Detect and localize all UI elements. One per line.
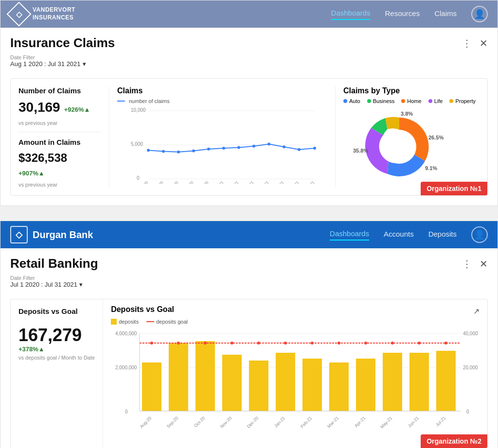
svg-rect-47 (222, 355, 242, 411)
org1-donut-legend: Auto Business Home Life (343, 98, 480, 104)
svg-rect-52 (356, 359, 375, 411)
svg-text:Jan-21: Jan-21 (273, 415, 286, 429)
svg-text:2,000,000: 2,000,000 (115, 365, 137, 370)
org2-nav-accounts[interactable]: Accounts (384, 230, 414, 240)
org1-line-chart-legend: number of claims (117, 98, 327, 104)
org1-logo: ◇ VANDERVORT INSURANCES (10, 5, 75, 23)
org1-date-filter: Date Filter Aug 1 2020 : Jul 31 2021 ▾ (0, 52, 498, 73)
org1-kpi-claims-value: 30,169 (18, 100, 60, 115)
org2-nav-deposits[interactable]: Deposits (428, 230, 457, 240)
svg-text:May-21: May-21 (272, 180, 285, 184)
svg-point-59 (204, 342, 207, 345)
org2-logo-diamond: ◇ (16, 229, 22, 240)
svg-rect-48 (249, 361, 268, 411)
org1-legend-property: Property (449, 98, 476, 104)
svg-point-17 (313, 147, 316, 150)
org1-legend-business-dot (367, 99, 371, 103)
svg-point-67 (418, 342, 421, 345)
svg-text:3.8%: 3.8% (401, 111, 413, 117)
svg-text:Apr-21: Apr-21 (354, 415, 366, 428)
svg-point-12 (237, 146, 240, 149)
org1-dashboard-title: Insurance Claims (10, 35, 462, 51)
org1-cards-row: Number of Claims 30,169 +926%▲ vs previo… (10, 78, 488, 196)
svg-text:Mar-21: Mar-21 (243, 180, 255, 184)
org1-avatar[interactable]: 👤 (471, 6, 488, 22)
org2-badge: Organization №2 (421, 434, 487, 448)
org1-line-legend-line (117, 101, 125, 102)
svg-text:Oct-20: Oct-20 (168, 180, 179, 184)
org1-more-button[interactable]: ⋮ (462, 37, 472, 49)
org2-expand-icon[interactable]: ↗ (473, 307, 480, 316)
org1-logo-text: VANDERVORT INSURANCES (33, 6, 75, 21)
svg-text:26.5%: 26.5% (428, 135, 444, 140)
svg-text:4,000,000: 4,000,000 (115, 331, 137, 336)
org2-kpi-value: 167,279 (18, 325, 95, 345)
org1-kpi-claims-change: +926%▲ (64, 106, 90, 113)
org1-legend-business: Business (367, 98, 395, 104)
org1-legend-auto-label: Auto (349, 98, 360, 104)
org1-badge: Organization №1 (421, 182, 487, 195)
svg-point-16 (298, 148, 301, 151)
svg-text:Jun-21: Jun-21 (407, 415, 420, 429)
svg-text:Oct-20: Oct-20 (193, 415, 206, 428)
svg-point-66 (391, 342, 394, 345)
org1-kpi-claims-label: Number of Claims (18, 86, 101, 95)
org1-nav-dashboards[interactable]: Dashboards (331, 9, 371, 20)
org2-more-button[interactable]: ⋮ (462, 258, 472, 270)
org1-kpi-amount: Amount in Claims $326,538 +907%▲ vs prev… (18, 138, 101, 188)
svg-point-30 (382, 130, 416, 164)
org2-date-filter-value[interactable]: Jul 1 2020 : Jul 31 2021 ▾ (10, 281, 488, 288)
org2-avatar[interactable]: 👤 (471, 226, 488, 243)
org2-kpi-spacer (18, 315, 95, 325)
svg-point-57 (150, 342, 153, 345)
org1-date-filter-label: Date Filter (10, 54, 488, 60)
svg-rect-51 (329, 362, 349, 411)
org1-kpi-claims: Number of Claims 30,169 +926%▲ vs previo… (18, 86, 101, 126)
org1-legend-property-label: Property (455, 98, 476, 104)
org2-legend-deposits-icon (111, 319, 117, 325)
org2-kpi-change: +378%▲ (18, 345, 95, 353)
svg-text:Apr-21: Apr-21 (258, 180, 270, 184)
org2-logo-text: Durgan Bank (33, 229, 93, 241)
svg-point-14 (267, 143, 270, 146)
org1-date-filter-value[interactable]: Aug 1 2020 : Jul 31 2021 ▾ (10, 60, 488, 68)
org2-nav-dashboards[interactable]: Dashboards (330, 229, 369, 241)
org2-header-actions: ⋮ ✕ (462, 258, 488, 270)
org1-legend-auto-dot (343, 99, 347, 103)
org1-legend-property-dot (449, 99, 453, 103)
svg-text:20,000: 20,000 (463, 365, 478, 370)
org1-line-chart-title: Claims (117, 86, 327, 95)
svg-text:5,000: 5,000 (131, 141, 143, 147)
svg-point-13 (252, 145, 255, 148)
svg-text:0: 0 (466, 409, 469, 414)
svg-point-65 (364, 342, 367, 345)
org2-close-button[interactable]: ✕ (480, 258, 488, 270)
svg-rect-55 (436, 351, 456, 411)
svg-point-68 (445, 342, 447, 345)
svg-point-7 (162, 150, 165, 153)
org1-kpi-amount-value: $326,538 (18, 151, 101, 165)
svg-text:40,000: 40,000 (463, 331, 478, 336)
svg-point-63 (311, 342, 314, 345)
svg-point-8 (177, 151, 180, 154)
svg-text:10,000: 10,000 (131, 107, 146, 113)
org2-navbar: ◇ Durgan Bank Dashboards Accounts Deposi… (0, 221, 498, 248)
svg-text:Feb-21: Feb-21 (300, 415, 313, 429)
org1-dashboard-header: Insurance Claims ⋮ ✕ (0, 28, 498, 52)
svg-point-60 (231, 342, 233, 345)
org1-legend-life: Life (428, 98, 443, 104)
org1-date-chevron: ▾ (83, 60, 86, 68)
org1-nav-claims[interactable]: Claims (434, 9, 457, 19)
svg-text:35.8%: 35.8% (353, 148, 368, 154)
svg-text:0: 0 (137, 175, 140, 181)
org2-deposits-card: Deposits vs Goal 167,279 +378%▲ vs depos… (10, 299, 488, 448)
svg-point-58 (177, 342, 180, 345)
org1-kpi-divider (18, 132, 101, 132)
org1-close-button[interactable]: ✕ (480, 37, 488, 49)
org2-logo: ◇ Durgan Bank (10, 226, 93, 243)
svg-text:Dec-20: Dec-20 (197, 180, 210, 184)
svg-text:Nov-20: Nov-20 (182, 180, 195, 184)
org1-nav-resources[interactable]: Resources (385, 9, 420, 19)
org1-donut-title: Claims by Type (343, 86, 480, 95)
org1-legend-home: Home (401, 98, 421, 104)
